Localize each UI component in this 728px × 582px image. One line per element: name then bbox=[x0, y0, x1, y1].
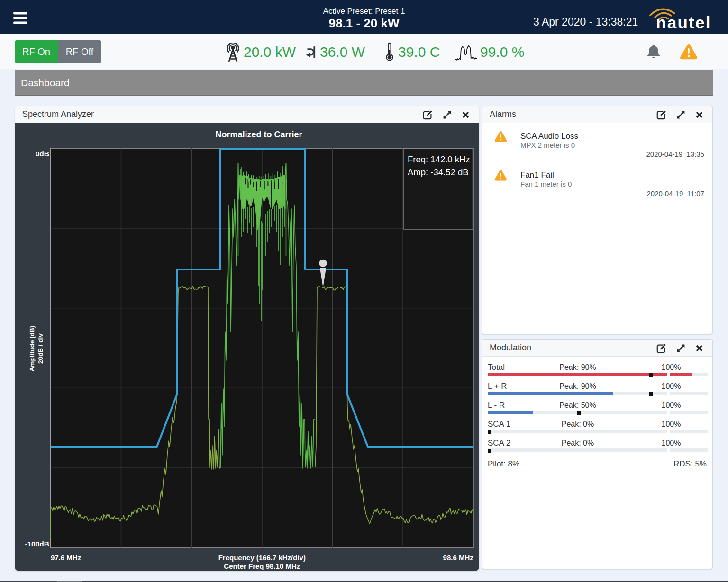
svg-text:nautel: nautel bbox=[656, 13, 711, 31]
svg-text:Frequency (166.7 kHz/div): Frequency (166.7 kHz/div) bbox=[218, 554, 306, 562]
svg-text:97.6 MHz: 97.6 MHz bbox=[51, 554, 81, 562]
svg-text:20dB / div: 20dB / div bbox=[37, 333, 44, 364]
svg-text:Amplitude (dB): Amplitude (dB) bbox=[28, 326, 36, 372]
svg-text:Amp: -34.52 dB: Amp: -34.52 dB bbox=[408, 167, 469, 177]
svg-text:98.6 MHz: 98.6 MHz bbox=[443, 554, 473, 562]
svg-text:-100dB: -100dB bbox=[25, 540, 49, 548]
svg-text:Freq: 142.0 kHz: Freq: 142.0 kHz bbox=[408, 154, 470, 164]
svg-text:Center Freq 98.10 MHz: Center Freq 98.10 MHz bbox=[224, 562, 300, 570]
svg-text:Normalized to Carrier: Normalized to Carrier bbox=[215, 130, 302, 139]
svg-text:0dB: 0dB bbox=[36, 150, 49, 158]
